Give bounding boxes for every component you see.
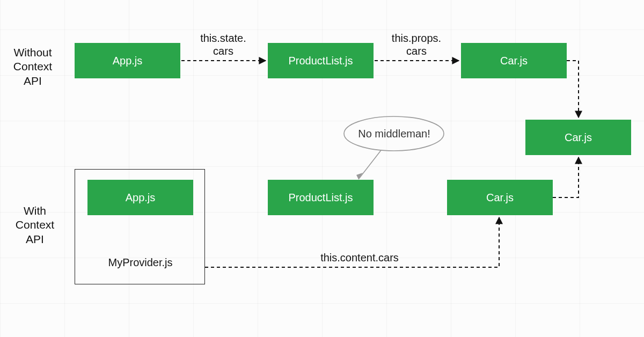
- node-car-middle: Car.js: [525, 120, 631, 155]
- callout-text: No middleman!: [350, 128, 438, 140]
- node-app-without: App.js: [75, 43, 180, 78]
- diagram-layer: Without Context API With Context API App…: [0, 0, 644, 337]
- node-provider-label: MyProvider.js: [87, 257, 193, 269]
- node-productlist-with: ProductList.js: [268, 180, 374, 215]
- node-app-with: App.js: [87, 180, 193, 215]
- edge-label-content-cars: this.content.cars: [301, 251, 419, 264]
- section-label-without: Without Context API: [3, 46, 62, 88]
- arrow-car-to-car-middle: [567, 61, 579, 118]
- node-productlist-without: ProductList.js: [268, 43, 374, 78]
- node-car-with: Car.js: [447, 180, 553, 215]
- arrow-car-with-to-car-middle: [553, 157, 579, 197]
- callout-pointer: [358, 150, 381, 179]
- section-label-with: With Context API: [11, 204, 59, 246]
- callout-pointer-head: [356, 173, 363, 179]
- edge-label-state-cars: this.state. cars: [186, 32, 261, 57]
- node-car-without: Car.js: [461, 43, 567, 78]
- edge-label-props-cars: this.props. cars: [379, 32, 454, 57]
